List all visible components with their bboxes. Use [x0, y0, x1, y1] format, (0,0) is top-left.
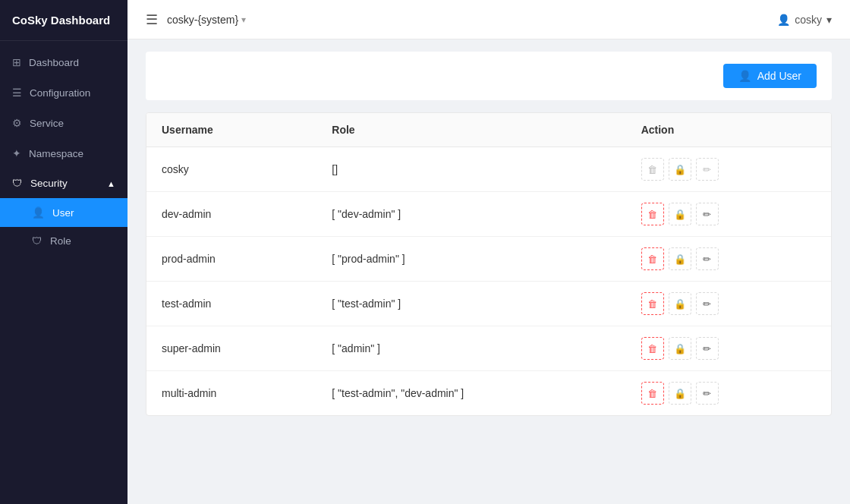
user-menu-chevron: ▾	[826, 14, 832, 26]
trash-icon: 🗑	[647, 298, 657, 310]
sidebar-item-service[interactable]: ⚙ Service	[0, 108, 128, 138]
table-row: multi-admin[ "test-admin", "dev-admin" ]…	[146, 371, 831, 416]
role-icon: 🛡	[32, 235, 42, 247]
security-sub-items: 👤 User 🛡 Role	[0, 198, 128, 255]
breadcrumb: cosky-{system} ▾	[167, 14, 246, 26]
hamburger-icon[interactable]: ☰	[146, 11, 158, 28]
breadcrumb-text: cosky-{system}	[167, 14, 238, 26]
action-cell: 🗑🔒✏	[641, 337, 816, 360]
edit-icon: ✏	[703, 388, 711, 399]
cell-username: multi-admin	[146, 371, 316, 416]
cell-action: 🗑🔒✏	[626, 237, 831, 282]
sidebar-role-label: Role	[50, 235, 71, 247]
cell-username: cosky	[146, 147, 316, 192]
edit-button[interactable]: ✏	[696, 247, 719, 270]
sidebar-user-label: User	[52, 207, 74, 219]
configuration-icon: ☰	[12, 87, 22, 99]
table-row: test-admin[ "test-admin" ]🗑🔒✏	[146, 282, 831, 326]
cell-role: [ "dev-admin" ]	[316, 192, 625, 237]
user-icon: 👤	[777, 14, 790, 26]
delete-button: 🗑	[641, 158, 664, 181]
delete-button[interactable]: 🗑	[641, 203, 664, 225]
edit-icon: ✏	[703, 254, 711, 265]
sidebar-item-label: Service	[30, 118, 64, 129]
lock-button[interactable]: 🔒	[669, 382, 691, 405]
table-row: dev-admin[ "dev-admin" ]🗑🔒✏	[146, 192, 831, 237]
edit-icon: ✏	[703, 209, 711, 220]
security-icon: 🛡	[12, 178, 23, 189]
delete-button[interactable]: 🗑	[641, 292, 664, 315]
table-row: super-admin[ "admin" ]🗑🔒✏	[146, 326, 831, 371]
lock-icon: 🔒	[674, 254, 686, 265]
add-user-label: Add User	[757, 70, 801, 82]
trash-icon: 🗑	[647, 209, 657, 220]
table-row: prod-admin[ "prod-admin" ]🗑🔒✏	[146, 237, 831, 282]
trash-icon: 🗑	[647, 388, 657, 399]
lock-button[interactable]: 🔒	[669, 292, 691, 315]
edit-icon: ✏	[703, 343, 711, 354]
chevron-down-icon: ▾	[241, 14, 246, 25]
user-menu[interactable]: 👤 cosky ▾	[777, 14, 832, 26]
lock-button[interactable]: 🔒	[669, 203, 691, 225]
sidebar-item-label: Namespace	[29, 148, 83, 159]
add-user-button[interactable]: 👤 Add User	[723, 64, 817, 88]
cell-username: prod-admin	[146, 237, 316, 282]
cell-username: test-admin	[146, 282, 316, 326]
toolbar: 👤 Add User	[146, 52, 832, 100]
cell-role: [ "test-admin", "dev-admin" ]	[316, 371, 625, 416]
lock-button[interactable]: 🔒	[669, 337, 691, 360]
sidebar-security-label: Security	[30, 178, 68, 189]
edit-button[interactable]: ✏	[696, 203, 719, 225]
lock-button: 🔒	[669, 158, 691, 181]
cell-action: 🗑🔒✏	[626, 371, 831, 416]
lock-icon: 🔒	[674, 343, 686, 354]
trash-icon: 🗑	[647, 343, 657, 354]
trash-icon: 🗑	[647, 254, 657, 265]
sidebar-item-user[interactable]: 👤 User	[0, 198, 128, 227]
sidebar-item-label: Dashboard	[29, 57, 79, 68]
chevron-up-icon: ▲	[107, 179, 115, 188]
lock-button[interactable]: 🔒	[669, 247, 691, 270]
cell-action: 🗑🔒✏	[626, 282, 831, 326]
sidebar-item-namespace[interactable]: ✦ Namespace	[0, 138, 128, 169]
cell-role: [ "test-admin" ]	[316, 282, 625, 326]
action-cell: 🗑🔒✏	[641, 158, 816, 181]
main-area: ☰ cosky-{system} ▾ 👤 cosky ▾ 👤 Add User	[128, 0, 850, 504]
edit-button[interactable]: ✏	[696, 292, 719, 315]
users-table-container: Username Role Action cosky[]🗑🔒✏dev-admin…	[146, 112, 832, 416]
col-username: Username	[146, 113, 316, 147]
cell-username: super-admin	[146, 326, 316, 371]
cell-action: 🗑🔒✏	[626, 192, 831, 237]
sidebar-item-dashboard[interactable]: ⊞ Dashboard	[0, 47, 128, 77]
cell-action: 🗑🔒✏	[626, 326, 831, 371]
cell-username: dev-admin	[146, 192, 316, 237]
content-area: 👤 Add User Username Role Action cosky[]🗑…	[128, 39, 850, 504]
users-table: Username Role Action cosky[]🗑🔒✏dev-admin…	[146, 113, 831, 415]
lock-icon: 🔒	[674, 209, 686, 220]
topbar: ☰ cosky-{system} ▾ 👤 cosky ▾	[128, 0, 850, 39]
edit-button: ✏	[696, 158, 719, 181]
service-icon: ⚙	[12, 117, 22, 129]
action-cell: 🗑🔒✏	[641, 382, 816, 405]
cell-role: [ "admin" ]	[316, 326, 625, 371]
edit-button[interactable]: ✏	[696, 382, 719, 405]
cell-role: []	[316, 147, 625, 192]
action-cell: 🗑🔒✏	[641, 247, 816, 270]
col-action: Action	[626, 113, 831, 147]
lock-icon: 🔒	[674, 388, 686, 399]
sidebar-security-section: 🛡 Security ▲ 👤 User 🛡 Role	[0, 169, 128, 255]
delete-button[interactable]: 🗑	[641, 382, 664, 405]
delete-button[interactable]: 🗑	[641, 337, 664, 360]
cell-role: [ "prod-admin" ]	[316, 237, 625, 282]
edit-button[interactable]: ✏	[696, 337, 719, 360]
app-title: CoSky Dashboard	[0, 0, 128, 41]
sidebar-item-security[interactable]: 🛡 Security ▲	[0, 169, 128, 198]
cell-action: 🗑🔒✏	[626, 147, 831, 192]
delete-button[interactable]: 🗑	[641, 247, 664, 270]
sidebar-nav: ⊞ Dashboard ☰ Configuration ⚙ Service ✦ …	[0, 41, 128, 255]
col-role: Role	[316, 113, 625, 147]
sidebar-item-configuration[interactable]: ☰ Configuration	[0, 77, 128, 108]
sidebar-item-role[interactable]: 🛡 Role	[0, 227, 128, 255]
table-row: cosky[]🗑🔒✏	[146, 147, 831, 192]
lock-icon: 🔒	[674, 298, 686, 310]
